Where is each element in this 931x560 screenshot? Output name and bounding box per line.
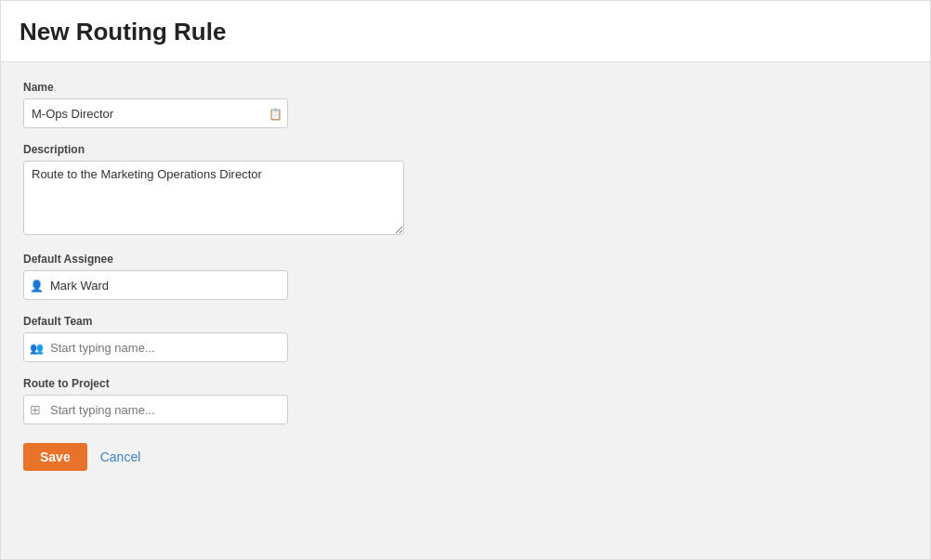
form-actions: Save Cancel: [23, 443, 908, 471]
page-wrapper: New Routing Rule Name Description Route …: [0, 0, 931, 560]
default-assignee-input[interactable]: [23, 270, 288, 300]
default-assignee-label: Default Assignee: [23, 253, 908, 266]
header-section: New Routing Rule: [1, 1, 930, 62]
cancel-button[interactable]: Cancel: [97, 443, 145, 471]
save-button[interactable]: Save: [23, 443, 87, 471]
default-team-field-group: Default Team: [23, 315, 908, 362]
route-to-project-field-group: Route to Project: [23, 377, 908, 424]
route-to-project-input-wrapper: [23, 395, 288, 424]
form-section: Name Description Route to the Marketing …: [1, 62, 930, 559]
name-input-wrapper: [23, 98, 288, 128]
default-assignee-input-wrapper: [23, 270, 288, 300]
name-input[interactable]: [23, 98, 288, 128]
description-field-group: Description Route to the Marketing Opera…: [23, 143, 908, 238]
default-team-input[interactable]: [23, 332, 288, 362]
default-team-label: Default Team: [23, 315, 908, 328]
route-to-project-input[interactable]: [23, 395, 288, 424]
default-assignee-field-group: Default Assignee: [23, 253, 908, 300]
route-to-project-label: Route to Project: [23, 377, 908, 390]
description-label: Description: [23, 143, 908, 156]
description-textarea[interactable]: Route to the Marketing Operations Direct…: [23, 161, 404, 235]
default-team-input-wrapper: [23, 332, 288, 362]
name-field-group: Name: [23, 81, 908, 128]
name-label: Name: [23, 81, 908, 94]
page-title: New Routing Rule: [20, 18, 911, 46]
